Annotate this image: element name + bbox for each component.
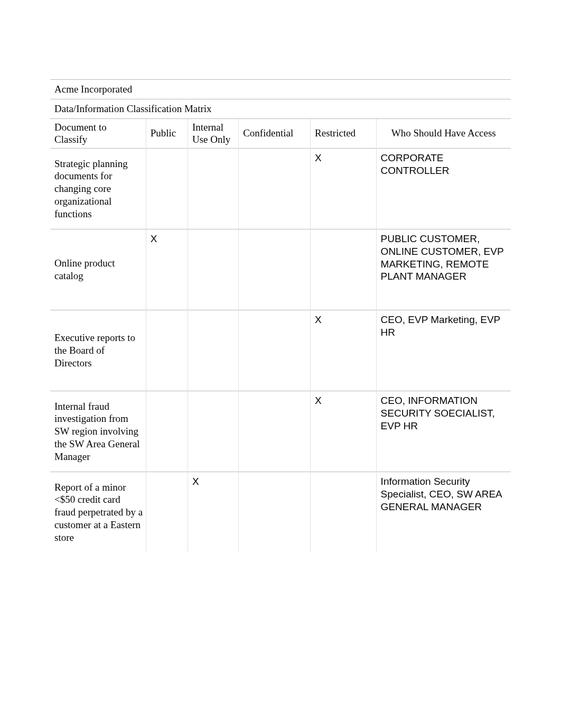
header-row: Document to Classify Public Internal Use…	[50, 118, 511, 149]
header-document: Document to Classify	[50, 118, 146, 149]
header-restricted: Restricted	[311, 118, 377, 149]
who-cell: PUBLIC CUSTOMER, ONLINE CUSTOMER, EVP MA…	[376, 229, 511, 310]
doc-cell: Strategic planning documents for changin…	[50, 149, 146, 229]
public-cell	[146, 149, 188, 229]
public-cell	[146, 391, 188, 472]
restricted-cell: X	[311, 310, 377, 391]
subtitle-row: Data/Information Classification Matrix	[50, 99, 511, 118]
table-row: Report of a minor <$50 credit card fraud…	[50, 472, 511, 553]
table-row: Executive reports to the Board of Direct…	[50, 310, 511, 391]
table-row: Online product catalog X PUBLIC CUSTOMER…	[50, 229, 511, 310]
public-cell	[146, 310, 188, 391]
internal-cell	[188, 310, 238, 391]
header-confidential: Confidential	[239, 118, 311, 149]
who-cell: CEO, EVP Marketing, EVP HR	[376, 310, 511, 391]
internal-cell	[188, 149, 238, 229]
matrix-subtitle: Data/Information Classification Matrix	[50, 99, 511, 118]
table-row: Strategic planning documents for changin…	[50, 149, 511, 229]
doc-cell: Report of a minor <$50 credit card fraud…	[50, 472, 146, 553]
company-row: Acme Incorporated	[50, 80, 511, 99]
who-cell: Information Security Specialist, CEO, SW…	[376, 472, 511, 553]
restricted-cell	[311, 472, 377, 553]
header-public: Public	[146, 118, 188, 149]
header-internal: Internal Use Only	[188, 118, 238, 149]
restricted-cell	[311, 229, 377, 310]
confidential-cell	[239, 310, 311, 391]
company-name: Acme Incorporated	[50, 80, 511, 99]
confidential-cell	[239, 391, 311, 472]
document-page: Acme Incorporated Data/Information Class…	[0, 0, 561, 728]
header-who: Who Should Have Access	[376, 118, 511, 149]
confidential-cell	[239, 149, 311, 229]
doc-cell: Internal fraud investigation from SW reg…	[50, 391, 146, 472]
public-cell: X	[146, 229, 188, 310]
classification-matrix-table: Acme Incorporated Data/Information Class…	[50, 79, 511, 552]
restricted-cell: X	[311, 391, 377, 472]
restricted-cell: X	[311, 149, 377, 229]
confidential-cell	[239, 472, 311, 553]
internal-cell	[188, 391, 238, 472]
who-cell: CORPORATE CONTROLLER	[376, 149, 511, 229]
public-cell	[146, 472, 188, 553]
doc-cell: Executive reports to the Board of Direct…	[50, 310, 146, 391]
table-row: Internal fraud investigation from SW reg…	[50, 391, 511, 472]
internal-cell	[188, 229, 238, 310]
internal-cell: X	[188, 472, 238, 553]
who-cell: CEO, INFORMATION SECURITY SOECIALIST, EV…	[376, 391, 511, 472]
doc-cell: Online product catalog	[50, 229, 146, 310]
confidential-cell	[239, 229, 311, 310]
